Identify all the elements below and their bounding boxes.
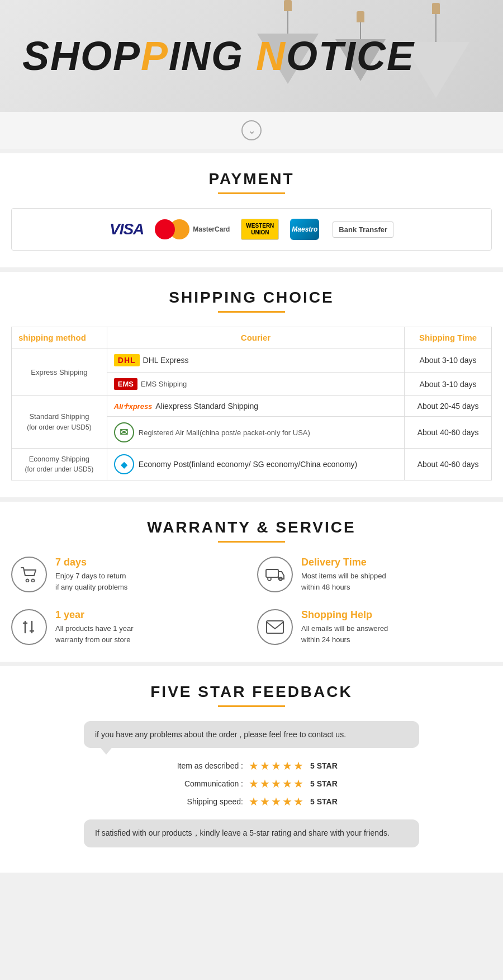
- table-row: Express Shipping DHL DHL Express About 3…: [12, 348, 492, 373]
- rating-row-shipping: Shipping speed: ★★★★★ 5 STAR: [11, 795, 492, 808]
- maestro-logo: Maestro: [290, 219, 321, 240]
- header-banner: SHOPPING NOTICE: [0, 0, 503, 112]
- standard-method: Standard Shipping(for order over USD5): [12, 396, 107, 449]
- bottom-message: If satisfied with our products，kindly le…: [95, 828, 390, 837]
- warranty-section: WARRANTY & SERVICE 7 days Enjoy 7 days t…: [0, 502, 503, 662]
- warranty-title-year: 1 year: [55, 609, 133, 621]
- bank-transfer-logo: Bank Transfer: [333, 222, 393, 238]
- rating-label-communication: Communication :: [159, 779, 243, 788]
- economy-courier: ◆ Economy Post(finland economy/ SG econo…: [107, 449, 404, 480]
- svg-rect-2: [266, 569, 278, 577]
- truck-icon: [257, 557, 293, 592]
- warranty-title: WARRANTY & SERVICE: [11, 519, 492, 536]
- col-method: shipping method: [12, 327, 107, 348]
- chevron-down-icon: ⌄: [241, 120, 262, 140]
- warranty-text-warranty: 1 year All products have 1 yearwarranty …: [55, 609, 133, 645]
- feedback-section: FIVE STAR FEEDBACK if you have any probl…: [0, 666, 503, 873]
- warranty-title-delivery: Delivery Time: [301, 557, 386, 568]
- visa-logo: VISA: [110, 220, 144, 238]
- warranty-desc-help: All emails will be answeredwithin 24 hou…: [301, 623, 388, 645]
- rating-row-description: Item as described : ★★★★★ 5 STAR: [11, 759, 492, 772]
- warranty-grid: 7 days Enjoy 7 days to returnif any qual…: [11, 557, 492, 645]
- mail-icon: [257, 609, 293, 645]
- payment-underline: [218, 192, 285, 194]
- shipping-underline: [218, 311, 285, 313]
- rating-score-communication: 5 STAR: [310, 779, 344, 788]
- header-text-ing: ING: [169, 34, 256, 78]
- header-highlight-n: N: [256, 34, 286, 78]
- rating-stars-description: ★★★★★: [249, 759, 305, 772]
- chinapost-name: Registered Air Mail(china post/e packet-…: [139, 428, 310, 437]
- warranty-text-delivery: Delivery Time Most items will be shipped…: [301, 557, 386, 592]
- header-highlight-p: P: [141, 34, 169, 78]
- col-courier: Courier: [107, 327, 404, 348]
- shipping-title: SHIPPING CHOICE: [11, 289, 492, 307]
- economy-method: Economy Shipping(for order under USD5): [12, 449, 107, 480]
- warranty-title-help: Shopping Help: [301, 609, 388, 621]
- warranty-text-return: 7 days Enjoy 7 days to returnif any qual…: [55, 557, 127, 592]
- rating-label-shipping: Shipping speed:: [159, 797, 243, 806]
- western-union-logo: WESTERNUNION: [241, 219, 279, 240]
- rating-row-communication: Communication : ★★★★★ 5 STAR: [11, 777, 492, 790]
- tools-icon: [11, 609, 47, 645]
- chevron-row: ⌄: [0, 112, 503, 149]
- economy-time: About 40-60 days: [405, 449, 492, 480]
- dhl-courier: DHL DHL Express: [107, 348, 404, 373]
- un-logo: ◆: [114, 454, 134, 474]
- ali-name: Aliexpress Standard Shipping: [155, 402, 258, 411]
- ali-time: About 20-45 days: [405, 396, 492, 417]
- warranty-item-delivery: Delivery Time Most items will be shipped…: [257, 557, 492, 592]
- chinapost-logo: ✉: [114, 422, 134, 442]
- svg-rect-9: [267, 621, 283, 633]
- rating-score-shipping: 5 STAR: [310, 797, 344, 806]
- warranty-desc-delivery: Most items will be shippedwithin 48 hour…: [301, 571, 386, 592]
- shipping-table: shipping method Courier Shipping Time Ex…: [11, 327, 492, 480]
- warranty-desc-year: All products have 1 yearwarranty from ou…: [55, 623, 133, 645]
- payment-title: PAYMENT: [11, 170, 492, 188]
- ratings-container: Item as described : ★★★★★ 5 STAR Communi…: [11, 759, 492, 808]
- mastercard-text: MasterCard: [193, 225, 230, 233]
- top-message: if you have any problems about the order…: [95, 730, 346, 739]
- col-time: Shipping Time: [405, 327, 492, 348]
- warranty-item-return: 7 days Enjoy 7 days to returnif any qual…: [11, 557, 246, 592]
- ems-courier: EMS EMS Shipping: [107, 373, 404, 396]
- chinapost-courier: ✉ Registered Air Mail(china post/e packe…: [107, 417, 404, 449]
- economy-name: Economy Post(finland economy/ SG economy…: [139, 460, 357, 469]
- top-speech-bubble: if you have any problems about the order…: [84, 721, 419, 748]
- ali-logo: Ali♱xpress: [114, 402, 153, 411]
- feedback-underline: [218, 705, 285, 707]
- dhl-logo: DHL: [114, 354, 140, 366]
- warranty-desc-return: Enjoy 7 days to returnif any quality pro…: [55, 571, 127, 592]
- table-row: Economy Shipping(for order under USD5) ◆…: [12, 449, 492, 480]
- mastercard-logo: MasterCard: [155, 219, 230, 239]
- header-text-shop: SHOP: [22, 34, 141, 78]
- dhl-time: About 3-10 days: [405, 348, 492, 373]
- ems-name: EMS Shipping: [141, 380, 187, 388]
- payment-logos: VISA MasterCard WESTERNUNION Maestro Ban…: [11, 208, 492, 251]
- svg-point-0: [26, 579, 29, 582]
- chinapost-time: About 40-60 days: [405, 417, 492, 449]
- rating-stars-shipping: ★★★★★: [249, 795, 305, 808]
- shipping-section: SHIPPING CHOICE shipping method Courier …: [0, 272, 503, 497]
- warranty-underline: [218, 541, 285, 543]
- bottom-speech-bubble: If satisfied with our products，kindly le…: [84, 819, 419, 847]
- payment-section: PAYMENT VISA MasterCard WESTERNUNION Mae…: [0, 153, 503, 267]
- rating-stars-communication: ★★★★★: [249, 777, 305, 790]
- express-method: Express Shipping: [12, 348, 107, 396]
- ems-logo: EMS: [114, 378, 137, 390]
- rating-label-description: Item as described :: [159, 761, 243, 770]
- warranty-item-help: Shopping Help All emails will be answere…: [257, 609, 492, 645]
- warranty-item-warranty: 1 year All products have 1 yearwarranty …: [11, 609, 246, 645]
- warranty-text-help: Shopping Help All emails will be answere…: [301, 609, 388, 645]
- feedback-title: FIVE STAR FEEDBACK: [11, 683, 492, 701]
- dhl-name: DHL Express: [143, 356, 189, 365]
- rating-score-description: 5 STAR: [310, 761, 344, 770]
- warranty-title-return: 7 days: [55, 557, 127, 568]
- header-title: SHOPPING NOTICE: [22, 33, 415, 79]
- svg-point-1: [32, 579, 35, 582]
- header-text-otice: OTICE: [286, 34, 415, 78]
- cart-icon: [11, 557, 47, 592]
- maestro-text: Maestro: [292, 225, 317, 233]
- ali-courier: Ali♱xpress Aliexpress Standard Shipping: [107, 396, 404, 417]
- table-row: Standard Shipping(for order over USD5) A…: [12, 396, 492, 417]
